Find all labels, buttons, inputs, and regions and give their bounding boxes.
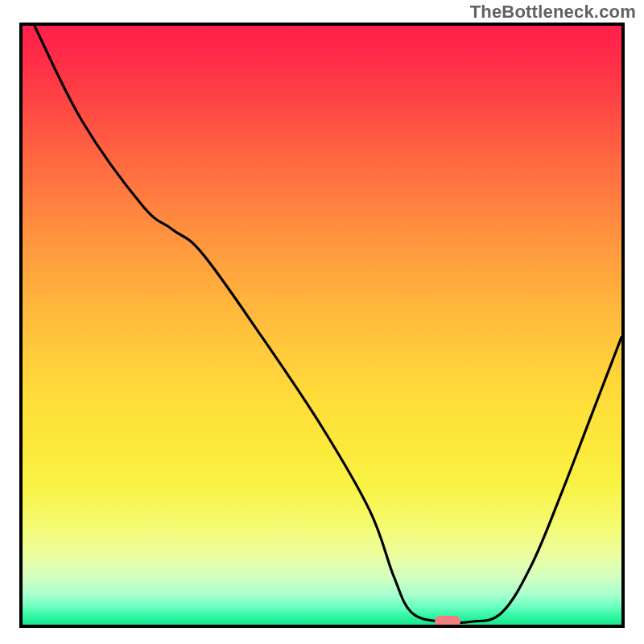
chart-container: TheBottleneck.com bbox=[0, 0, 644, 644]
plot-area bbox=[19, 23, 625, 628]
bottleneck-curve bbox=[23, 26, 621, 625]
watermark-label: TheBottleneck.com bbox=[470, 2, 636, 23]
optimal-point-marker bbox=[435, 616, 460, 627]
